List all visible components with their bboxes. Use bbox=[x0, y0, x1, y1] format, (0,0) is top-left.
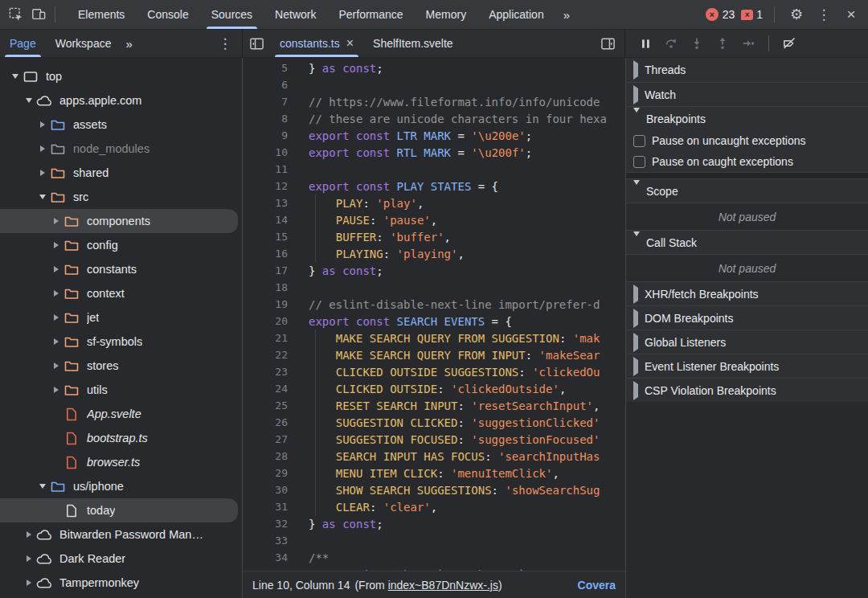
section-header-call-stack[interactable]: Call Stack bbox=[626, 230, 868, 254]
step-into-icon[interactable] bbox=[686, 33, 707, 54]
tree-item-browser-ts[interactable]: browser.ts bbox=[0, 450, 242, 474]
code-line[interactable]: 16 PLAYING: 'playing', bbox=[243, 245, 625, 262]
code-line[interactable]: 22 MAKE_SEARCH_QUERY_FROM_INPUT: 'makeSe… bbox=[243, 346, 625, 363]
line-number[interactable]: 6 bbox=[243, 79, 288, 91]
pause-icon[interactable] bbox=[635, 33, 656, 54]
chevron-right-icon[interactable] bbox=[22, 580, 36, 586]
panel-tab-performance[interactable]: Performance bbox=[327, 0, 414, 29]
chevron-right-icon[interactable] bbox=[49, 290, 63, 297]
source-map-link[interactable]: index~B87DnNzwx-.js bbox=[388, 579, 498, 592]
code-line[interactable]: 24 CLICKED_OUTSIDE: 'clickedOutside', bbox=[243, 380, 625, 397]
tree-item-utils[interactable]: utils bbox=[0, 378, 242, 402]
section-header-threads[interactable]: Threads bbox=[626, 58, 868, 82]
chevron-down-icon[interactable] bbox=[8, 74, 23, 79]
line-number[interactable]: 30 bbox=[243, 484, 288, 496]
chevron-right-icon[interactable] bbox=[35, 145, 50, 152]
code-line[interactable]: 11 bbox=[243, 161, 625, 178]
chevron-right-icon[interactable] bbox=[49, 242, 63, 248]
code-line[interactable]: 23 CLICKED_OUTSIDE_SUGGESTIONS: 'clicked… bbox=[243, 363, 625, 380]
tree-item-tampermonkey[interactable]: Tampermonkey bbox=[0, 571, 242, 595]
chevron-down-icon[interactable] bbox=[22, 98, 36, 103]
toggle-debugger-panel-icon[interactable] bbox=[597, 33, 618, 54]
code-line[interactable]: 6 bbox=[243, 76, 625, 93]
line-number[interactable]: 22 bbox=[243, 349, 288, 361]
tree-item-app-svelte[interactable]: App.svelte bbox=[0, 402, 242, 426]
issue-count-badge[interactable]: × 1 bbox=[741, 8, 763, 21]
toggle-navigator-panel-icon[interactable] bbox=[246, 33, 267, 54]
checkbox[interactable] bbox=[633, 135, 645, 147]
line-number[interactable]: 20 bbox=[243, 315, 288, 327]
checkbox-row-pause-on-uncaught-exceptions[interactable]: Pause on uncaught exceptions bbox=[626, 130, 868, 151]
code-line[interactable]: 18 bbox=[243, 279, 625, 296]
tree-item-stores[interactable]: stores bbox=[0, 354, 242, 378]
chevron-right-icon[interactable] bbox=[35, 170, 50, 176]
line-number[interactable]: 18 bbox=[243, 281, 288, 293]
code-line[interactable]: 34/** bbox=[243, 549, 625, 566]
code-line[interactable]: 10export const RTL_MARK = '\u200f'; bbox=[243, 144, 625, 161]
tree-item-config[interactable]: config bbox=[0, 233, 242, 257]
code-line[interactable]: 29 MENU_ITEM_CLICK: 'menuItemClick', bbox=[243, 465, 625, 481]
code-line[interactable]: 33 bbox=[243, 532, 625, 549]
line-number[interactable]: 28 bbox=[243, 450, 288, 462]
section-header-dom-breakpoints[interactable]: DOM Breakpoints bbox=[626, 305, 868, 330]
navigator-tab-workspace[interactable]: Workspace bbox=[46, 30, 121, 57]
panel-tab-memory[interactable]: Memory bbox=[415, 0, 478, 29]
code-line[interactable]: 32} as const; bbox=[243, 515, 625, 532]
step-out-icon[interactable] bbox=[712, 33, 733, 54]
chevron-right-icon[interactable] bbox=[49, 218, 63, 224]
code-line[interactable]: 9export const LTR_MARK = '\u200e'; bbox=[243, 127, 625, 144]
line-number[interactable]: 15 bbox=[243, 231, 288, 243]
section-header-breakpoints[interactable]: Breakpoints bbox=[626, 106, 868, 130]
tree-item-src[interactable]: src bbox=[0, 185, 242, 209]
tree-item-shared[interactable]: shared bbox=[0, 161, 242, 185]
code-line[interactable]: 26 SUGGESTION_CLICKED: 'suggestionClicke… bbox=[243, 414, 625, 431]
code-editor[interactable]: 5} as const;67// https://www.fileformat.… bbox=[243, 58, 625, 598]
panel-tab-application[interactable]: Application bbox=[477, 0, 555, 29]
line-number[interactable]: 13 bbox=[243, 197, 288, 209]
section-header-xhr-fetch-breakpoints[interactable]: XHR/fetch Breakpoints bbox=[626, 281, 868, 305]
tree-item-jet[interactable]: jet bbox=[0, 305, 242, 330]
code-line[interactable]: 15 BUFFER: 'buffer', bbox=[243, 228, 625, 245]
chevron-right-icon[interactable] bbox=[35, 121, 50, 128]
code-line[interactable]: 7// https://www.fileformat.info/info/uni… bbox=[243, 93, 625, 110]
line-number[interactable]: 11 bbox=[243, 163, 288, 175]
line-number[interactable]: 23 bbox=[243, 366, 288, 378]
chevron-right-icon[interactable] bbox=[49, 314, 63, 321]
tree-item-components[interactable]: components bbox=[0, 209, 238, 233]
more-panels-chevron[interactable]: » bbox=[555, 8, 578, 22]
navigator-tab-page[interactable]: Page bbox=[0, 30, 46, 57]
line-number[interactable]: 17 bbox=[243, 264, 288, 276]
code-line[interactable]: 13 PLAY: 'play', bbox=[243, 195, 625, 211]
tree-item-bootstrap-ts[interactable]: bootstrap.ts bbox=[0, 426, 242, 450]
line-number[interactable]: 21 bbox=[243, 332, 288, 344]
checkbox-row-pause-on-caught-exceptions[interactable]: Pause on caught exceptions bbox=[626, 151, 868, 172]
inspect-element-icon[interactable] bbox=[5, 3, 27, 26]
line-number[interactable]: 34 bbox=[243, 551, 288, 563]
chevron-down-icon[interactable] bbox=[35, 195, 50, 199]
chevron-down-icon[interactable] bbox=[35, 484, 50, 489]
line-number[interactable]: 7 bbox=[243, 96, 288, 108]
line-number[interactable]: 5 bbox=[243, 62, 288, 74]
tree-item-today[interactable]: today bbox=[0, 498, 238, 522]
line-number[interactable]: 33 bbox=[243, 535, 288, 547]
tree-item-assets[interactable]: assets bbox=[0, 113, 242, 137]
checkbox[interactable] bbox=[633, 156, 645, 168]
line-number[interactable]: 25 bbox=[243, 399, 288, 412]
panel-tab-sources[interactable]: Sources bbox=[200, 0, 264, 29]
editor-tab-shelfitem-svelte[interactable]: ShelfItem.svelte bbox=[363, 30, 463, 57]
panel-tab-elements[interactable]: Elements bbox=[67, 0, 136, 29]
section-header-csp-violation-breakpoints[interactable]: CSP Violation Breakpoints bbox=[626, 378, 868, 402]
tree-item-constants[interactable]: constants bbox=[0, 257, 242, 281]
chevron-right-icon[interactable] bbox=[22, 555, 36, 562]
device-toolbar-icon[interactable] bbox=[27, 3, 50, 26]
line-number[interactable]: 9 bbox=[243, 129, 288, 141]
section-header-event-listener-breakpoints[interactable]: Event Listener Breakpoints bbox=[626, 354, 868, 378]
line-number[interactable]: 26 bbox=[243, 416, 288, 428]
chevron-right-icon[interactable] bbox=[49, 338, 63, 345]
tree-item-dark-reader[interactable]: Dark Reader bbox=[0, 547, 242, 571]
tree-item-sf-symbols[interactable]: sf-symbols bbox=[0, 330, 242, 354]
close-devtools-icon[interactable]: × bbox=[841, 4, 862, 25]
line-number[interactable]: 24 bbox=[243, 383, 288, 395]
more-options-icon[interactable]: ⋮ bbox=[813, 4, 834, 25]
tree-item-node-modules[interactable]: node_modules bbox=[0, 137, 242, 161]
